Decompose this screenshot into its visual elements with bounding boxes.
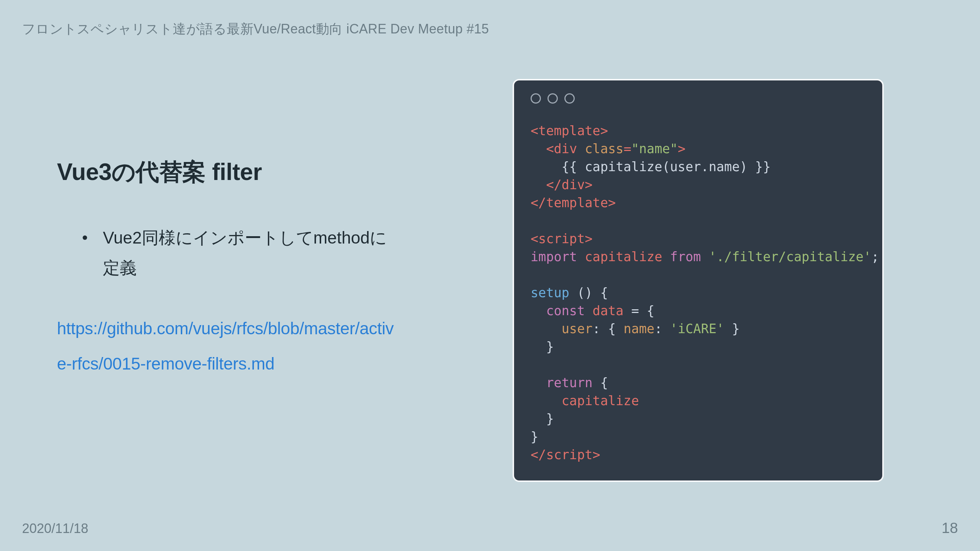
window-dot-icon [531, 93, 541, 103]
window-dot-icon [565, 93, 575, 103]
deck-header: フロントスペシャリスト達が語る最新Vue/React動向 iCARE Dev M… [22, 20, 489, 38]
footer-date: 2020/11/18 [22, 521, 88, 536]
window-dot-icon [547, 93, 558, 103]
window-controls [531, 93, 866, 103]
slide-main: Vue3の代替案 filter Vue2同様にインポートしてmethodに定義 … [57, 156, 395, 382]
bullet-item: Vue2同様にインポートしてmethodに定義 [57, 223, 395, 283]
code-block: <template> <div class="name"> {{ capital… [531, 122, 866, 464]
reference-link[interactable]: https://github.com/vuejs/rfcs/blob/maste… [57, 311, 395, 382]
slide-title: Vue3の代替案 filter [57, 156, 395, 188]
page-number: 18 [942, 520, 958, 536]
bullet-list: Vue2同様にインポートしてmethodに定義 [57, 223, 395, 283]
code-window: <template> <div class="name"> {{ capital… [512, 79, 884, 482]
